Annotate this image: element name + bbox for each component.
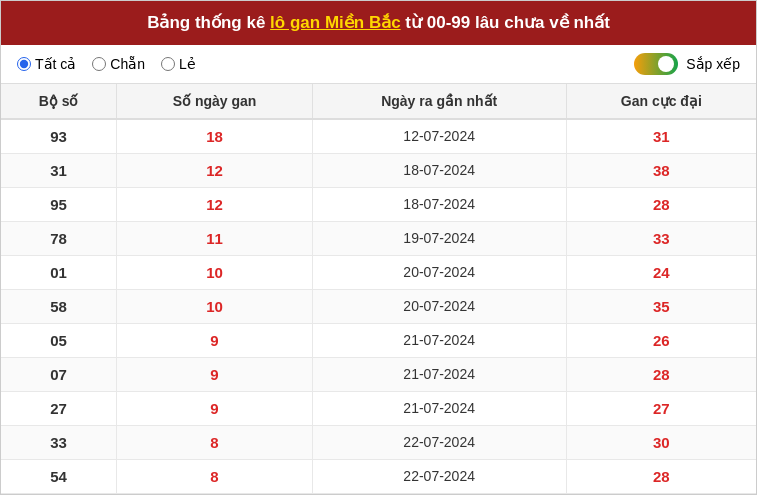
filter-all-label: Tất cả — [35, 56, 76, 72]
table-row: 01 10 20-07-2024 24 — [1, 255, 756, 289]
cell-date: 20-07-2024 — [312, 255, 566, 289]
table-row: 27 9 21-07-2024 27 — [1, 391, 756, 425]
col-header-date: Ngày ra gần nhất — [312, 84, 566, 119]
filter-all-radio[interactable] — [17, 57, 31, 71]
table-row: 58 10 20-07-2024 35 — [1, 289, 756, 323]
cell-gan: 9 — [117, 391, 313, 425]
cell-gan: 11 — [117, 221, 313, 255]
table-header: Bộ số Số ngày gan Ngày ra gần nhất Gan c… — [1, 84, 756, 119]
header-text-prefix: Bảng thống kê — [147, 13, 270, 32]
filter-chan-radio[interactable] — [92, 57, 106, 71]
cell-max: 28 — [566, 357, 756, 391]
cell-so: 93 — [1, 119, 117, 154]
filter-row: Tất cả Chẵn Lẻ Sắp xếp — [1, 45, 756, 84]
data-table: Bộ số Số ngày gan Ngày ra gần nhất Gan c… — [1, 84, 756, 494]
table-row: 33 8 22-07-2024 30 — [1, 425, 756, 459]
filter-options: Tất cả Chẵn Lẻ — [17, 56, 196, 72]
table-row: 54 8 22-07-2024 28 — [1, 459, 756, 493]
sort-toggle-group: Sắp xếp — [634, 53, 740, 75]
cell-max: 24 — [566, 255, 756, 289]
cell-date: 22-07-2024 — [312, 425, 566, 459]
table-row: 07 9 21-07-2024 28 — [1, 357, 756, 391]
cell-gan: 8 — [117, 425, 313, 459]
cell-gan: 9 — [117, 323, 313, 357]
cell-max: 28 — [566, 187, 756, 221]
sort-toggle[interactable] — [634, 53, 678, 75]
cell-gan: 12 — [117, 187, 313, 221]
filter-chan[interactable]: Chẵn — [92, 56, 145, 72]
cell-so: 58 — [1, 289, 117, 323]
cell-date: 18-07-2024 — [312, 187, 566, 221]
cell-date: 21-07-2024 — [312, 323, 566, 357]
cell-date: 20-07-2024 — [312, 289, 566, 323]
cell-gan: 10 — [117, 289, 313, 323]
filter-le-radio[interactable] — [161, 57, 175, 71]
table-row: 93 18 12-07-2024 31 — [1, 119, 756, 154]
cell-date: 19-07-2024 — [312, 221, 566, 255]
filter-all[interactable]: Tất cả — [17, 56, 76, 72]
cell-max: 26 — [566, 323, 756, 357]
cell-date: 12-07-2024 — [312, 119, 566, 154]
cell-so: 05 — [1, 323, 117, 357]
cell-so: 33 — [1, 425, 117, 459]
cell-date: 18-07-2024 — [312, 153, 566, 187]
filter-le[interactable]: Lẻ — [161, 56, 196, 72]
cell-so: 31 — [1, 153, 117, 187]
cell-date: 21-07-2024 — [312, 391, 566, 425]
toggle-slider — [634, 53, 678, 75]
col-header-gan: Số ngày gan — [117, 84, 313, 119]
main-container: Bảng thống kê lô gan Miền Bắc từ 00-99 l… — [0, 0, 757, 495]
table-row: 31 12 18-07-2024 38 — [1, 153, 756, 187]
table-row: 95 12 18-07-2024 28 — [1, 187, 756, 221]
filter-chan-label: Chẵn — [110, 56, 145, 72]
header-row: Bộ số Số ngày gan Ngày ra gần nhất Gan c… — [1, 84, 756, 119]
table-row: 78 11 19-07-2024 33 — [1, 221, 756, 255]
header-highlight: lô gan Miền Bắc — [270, 13, 401, 32]
table-row: 05 9 21-07-2024 26 — [1, 323, 756, 357]
col-header-so: Bộ số — [1, 84, 117, 119]
page-header: Bảng thống kê lô gan Miền Bắc từ 00-99 l… — [1, 1, 756, 45]
cell-so: 95 — [1, 187, 117, 221]
cell-max: 33 — [566, 221, 756, 255]
cell-max: 28 — [566, 459, 756, 493]
col-header-max: Gan cực đại — [566, 84, 756, 119]
cell-date: 22-07-2024 — [312, 459, 566, 493]
cell-max: 38 — [566, 153, 756, 187]
cell-gan: 10 — [117, 255, 313, 289]
cell-so: 54 — [1, 459, 117, 493]
cell-so: 78 — [1, 221, 117, 255]
table-body: 93 18 12-07-2024 31 31 12 18-07-2024 38 … — [1, 119, 756, 494]
cell-gan: 18 — [117, 119, 313, 154]
cell-max: 35 — [566, 289, 756, 323]
cell-gan: 9 — [117, 357, 313, 391]
cell-so: 07 — [1, 357, 117, 391]
header-text-suffix: từ 00-99 lâu chưa về nhất — [401, 13, 610, 32]
cell-max: 27 — [566, 391, 756, 425]
cell-gan: 12 — [117, 153, 313, 187]
cell-gan: 8 — [117, 459, 313, 493]
sort-label: Sắp xếp — [686, 56, 740, 72]
cell-so: 27 — [1, 391, 117, 425]
cell-so: 01 — [1, 255, 117, 289]
cell-max: 31 — [566, 119, 756, 154]
filter-le-label: Lẻ — [179, 56, 196, 72]
cell-date: 21-07-2024 — [312, 357, 566, 391]
cell-max: 30 — [566, 425, 756, 459]
